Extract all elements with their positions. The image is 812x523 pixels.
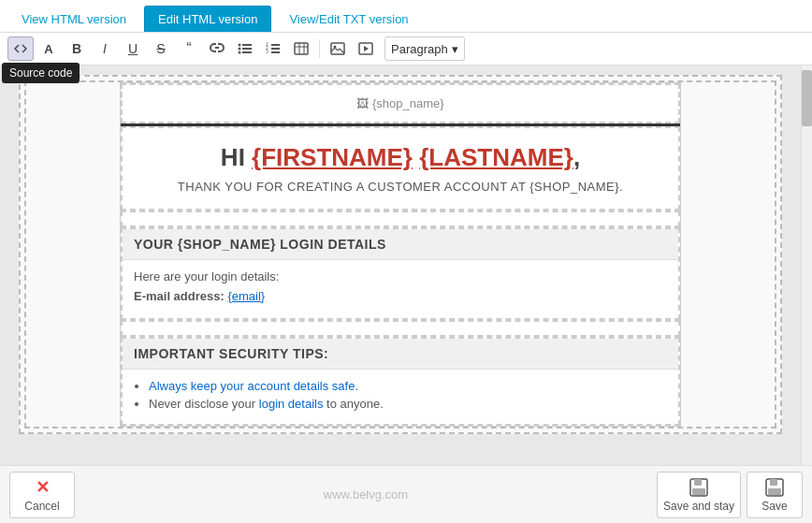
email-login-body: Here are your login details: E-mail addr… [123,260,678,318]
strikethrough-icon: S [156,41,165,56]
svg-marker-19 [364,46,369,51]
svg-rect-8 [271,51,280,53]
svg-rect-24 [770,479,777,486]
tab-view-html[interactable]: View HTML version [7,6,140,32]
tab-edit-html[interactable]: Edit HTML version [144,6,271,32]
login-email-label: E-mail address: [134,289,227,303]
underline-button[interactable]: U [120,36,146,61]
paragraph-select[interactable]: Paragraph ▾ [384,36,465,61]
greeting-heading: HI {FIRSTNAME} {LASTNAME}, [134,143,667,172]
email-inner-wrapper: 🖼 {shop_name} HI {FIRSTNAME} {LASTNAME},… [24,80,776,429]
email-spacer-2 [121,320,680,337]
email-security-list: Always keep your account details safe. N… [123,370,678,424]
svg-text:3: 3 [266,49,268,54]
svg-rect-7 [271,48,280,50]
ordered-list-button[interactable]: 1 2 3 [260,36,286,61]
media-button[interactable] [353,36,379,61]
table-button[interactable] [288,36,314,61]
unordered-list-icon [238,42,253,55]
security-tip-1-link[interactable]: Always keep your account details safe. [149,379,358,393]
cancel-label: Cancel [24,500,59,513]
svg-rect-22 [692,488,705,495]
footer-left: ✕ Cancel [0,472,75,518]
email-spacer [121,211,680,227]
cancel-icon: ✕ [36,477,50,498]
strikethrough-button[interactable]: S [148,36,174,61]
image-icon [330,42,345,55]
email-greeting: HI {FIRSTNAME} {LASTNAME}, THANK YOU FOR… [121,126,680,211]
source-code-tooltip: Source code [2,63,80,83]
logo-image-placeholder: 🖼 {shop_name} [356,96,443,110]
paragraph-dropdown-arrow: ▾ [452,42,458,56]
footer-bar: ✕ Cancel www.belvg.com Save and stay Sav… [0,465,812,523]
underline-icon: U [128,41,138,56]
email-outer-wrapper: 🖼 {shop_name} HI {FIRSTNAME} {LASTNAME},… [19,75,782,434]
link-button[interactable] [204,36,230,61]
scrollbar-thumb[interactable] [802,70,812,126]
unordered-list-button[interactable] [232,36,258,61]
save-icon [764,477,785,498]
email-security-section: IMPORTANT SECURITY TIPS: Always keep you… [121,337,680,426]
link-icon [210,42,225,55]
blockquote-button[interactable]: “ [176,36,202,61]
paragraph-label: Paragraph [391,42,448,56]
svg-point-1 [239,44,241,47]
firstname-placeholder: {FIRSTNAME} [252,143,413,171]
scrollbar[interactable] [801,65,812,465]
bold-button[interactable]: B [64,36,90,61]
svg-rect-4 [242,51,252,53]
svg-point-3 [239,48,241,51]
source-code-button[interactable] [7,36,34,61]
footer-right: Save and stay Save [657,472,812,518]
media-icon [358,42,373,55]
footer-watermark: www.belvg.com [75,487,657,501]
svg-rect-0 [242,44,252,46]
save-stay-icon [689,477,709,498]
lastname-placeholder: {LASTNAME} [419,143,573,171]
svg-rect-16 [331,43,344,54]
blockquote-icon: “ [186,40,191,57]
login-line2: E-mail address: {email} [134,289,667,303]
svg-rect-12 [295,43,308,54]
login-line1: Here are your login details: [134,269,667,283]
email-container: 🖼 {shop_name} HI {FIRSTNAME} {LASTNAME},… [120,82,681,427]
table-icon [294,42,309,55]
svg-rect-6 [271,44,280,46]
format-a-button[interactable]: A [36,36,62,61]
cancel-button[interactable]: ✕ Cancel [9,472,75,518]
tab-view-txt[interactable]: View/Edit TXT version [275,6,422,32]
bold-icon: B [72,41,81,56]
svg-rect-25 [768,488,781,495]
security-tip-1: Always keep your account details safe. [149,379,667,393]
svg-rect-21 [694,479,702,486]
svg-rect-2 [242,48,252,50]
svg-point-5 [239,51,241,54]
email-login-header: YOUR {SHOP_NAME} LOGIN DETAILS [123,229,678,260]
save-and-stay-button[interactable]: Save and stay [657,472,741,518]
save-label: Save [761,500,787,513]
email-security-header: IMPORTANT SECURITY TIPS: [123,339,678,370]
image-button[interactable] [325,36,351,61]
tab-bar: View HTML version Edit HTML version View… [0,0,812,33]
code-icon [13,41,28,56]
main-area: 🖼 {shop_name} HI {FIRSTNAME} {LASTNAME},… [0,65,812,465]
ordered-list-icon: 1 2 3 [266,42,281,55]
toolbar: Source code A B I U S “ 1 2 3 [0,33,812,65]
editor-area[interactable]: 🖼 {shop_name} HI {FIRSTNAME} {LASTNAME},… [0,65,801,465]
email-login-section: YOUR {SHOP_NAME} LOGIN DETAILS Here are … [121,227,680,320]
toolbar-separator [319,39,320,58]
security-tip-2: Never disclose your login details to any… [149,397,667,411]
save-stay-label: Save and stay [663,500,734,513]
greeting-subtext: THANK YOU FOR CREATING A CUSTOMER ACCOUN… [134,180,667,194]
email-header: 🖼 {shop_name} [121,83,680,123]
format-a-icon: A [44,42,52,56]
security-tip-2-link[interactable]: login details [259,397,324,411]
italic-button[interactable]: I [92,36,118,61]
italic-icon: I [103,41,107,56]
login-email-link[interactable]: {email} [227,289,265,303]
save-button[interactable]: Save [747,472,803,518]
